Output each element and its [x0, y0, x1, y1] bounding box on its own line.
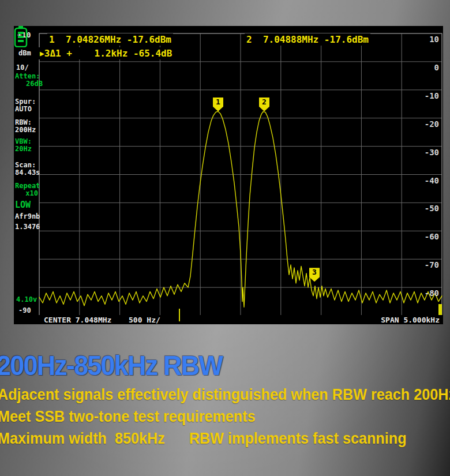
repeat-label: Repeat: [15, 182, 40, 190]
scan-label: Scan:: [15, 161, 36, 169]
y-axis-label: -60: [425, 232, 439, 241]
battery-icon: [14, 26, 28, 47]
delta-marker-readout: ▶3Δ1 + 1.2kHz -65.4dB: [38, 47, 174, 59]
spur-label: Spur:: [15, 98, 36, 106]
spectrum-plot: [14, 26, 443, 324]
vbw-label: VBW:: [15, 137, 32, 145]
atten-label: Atten:: [15, 72, 40, 80]
battery-voltage: 4.10v: [16, 296, 50, 303]
rbw-value: 200Hz: [15, 126, 48, 134]
hz-per-division: 500 Hz/: [129, 316, 160, 324]
active-marker-arrow-icon: ▶: [40, 49, 44, 58]
vbw-value: 20Hz: [15, 145, 48, 153]
marker1-readout: 1 7.04826MHz -17.6dBm: [47, 33, 173, 46]
status-bar: CENTER 7.048MHz 500 Hz/ SPAN 5.000kHz: [14, 315, 443, 324]
marker2-readout: 2 7.04888MHz -17.6dBm: [245, 33, 370, 46]
grid-lines: [39, 33, 442, 316]
sweep-tick: [438, 304, 442, 315]
vbw-setting: VBW: 20Hz: [15, 138, 48, 153]
scale-label: 10/: [16, 64, 50, 72]
promo-heading: 200Hz-850kHz RBW: [0, 350, 222, 381]
mode-indicator: LOW: [15, 201, 48, 209]
spectrum-analyzer-screen: +10 dBm 10/ Atten: 26dB Spur: AUTO RBW: …: [14, 26, 443, 324]
y-axis-label: -30: [425, 148, 439, 157]
sweep-tick: [179, 309, 180, 321]
repeat-setting: Repeat x10: [15, 182, 48, 197]
delta-marker-text: 3Δ1 + 1.2kHz -65.4dB: [44, 48, 172, 59]
spur-value: AUTO: [15, 106, 48, 113]
y-axis-label: -80: [425, 288, 439, 298]
y-axis-label: 10: [429, 35, 439, 44]
scan-value: 84.43s: [15, 169, 48, 177]
spur-setting: Spur: AUTO: [15, 98, 48, 113]
promo-line: Maximum width 850kHz RBW implements fast…: [0, 429, 450, 448]
promo-line: Meet SSB two-tone test requirements: [0, 407, 450, 426]
y-axis-label: -10: [425, 91, 439, 100]
y-axis-label: -40: [425, 176, 439, 185]
rbw-label: RBW:: [15, 118, 32, 126]
repeat-value: x10: [15, 190, 48, 197]
aux-text-1: Afr9nb: [15, 213, 48, 220]
y-axis-label: -50: [425, 204, 439, 213]
y-axis-label: -20: [425, 119, 439, 129]
y-axis-label: -70: [425, 260, 439, 269]
aux-text-2: 1.3476: [15, 223, 48, 231]
atten-setting: Atten: 26dB: [15, 73, 48, 88]
center-frequency: CENTER 7.048MHz: [44, 316, 111, 324]
atten-value: 26dB: [15, 80, 48, 88]
y-axis-label: 0: [434, 63, 439, 72]
promo-line: Adjacent signals effectively distinguish…: [0, 385, 450, 404]
bottom-ref-label: -90: [18, 307, 52, 314]
rbw-setting: RBW: 200Hz: [15, 119, 48, 134]
promo-page: +10 dBm 10/ Atten: 26dB Spur: AUTO RBW: …: [0, 0, 450, 476]
span-readout: SPAN 5.000kHz: [381, 316, 440, 324]
scan-setting: Scan: 84.43s: [15, 162, 48, 177]
